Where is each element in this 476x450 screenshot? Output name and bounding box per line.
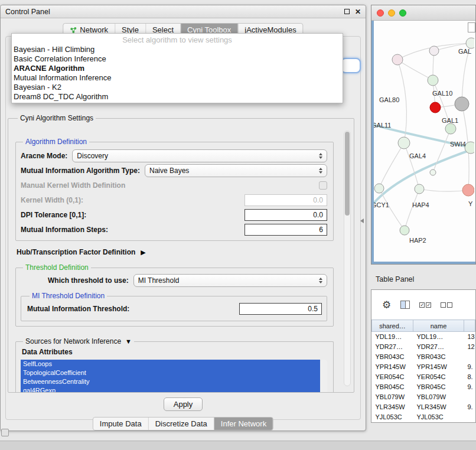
attribute-item-selected[interactable]: gal4RGexp bbox=[21, 386, 320, 393]
graph-node[interactable] bbox=[466, 38, 474, 48]
node-label: HAP2 bbox=[409, 237, 426, 244]
bottom-dock-strip bbox=[0, 441, 476, 450]
node-label: GAL4 bbox=[409, 152, 426, 159]
node-label: SWI4 bbox=[450, 141, 466, 148]
close-icon[interactable]: ✕ bbox=[355, 8, 361, 15]
table-row[interactable]: YBL079WYBL079W bbox=[372, 392, 475, 402]
column-header-name[interactable]: name bbox=[413, 320, 464, 332]
list-scrollbar[interactable] bbox=[321, 360, 327, 393]
dropdown-item[interactable]: Bayesian - K2 bbox=[12, 83, 343, 92]
dropdown-prompt: Select algorithm to view settings bbox=[12, 35, 343, 45]
close-traffic-light[interactable] bbox=[377, 9, 384, 17]
algorithm-combobox-fragment[interactable] bbox=[341, 58, 361, 73]
manual-kernel-width-label: Manual Kernel Width Definition bbox=[21, 181, 125, 190]
node-label: Y bbox=[468, 200, 473, 207]
column-header-shared-name[interactable]: shared… bbox=[372, 320, 413, 332]
bottom-tabstrip: Impute Data Discretize Data Infer Networ… bbox=[93, 417, 273, 431]
table-row[interactable]: YJL053CYJL053C bbox=[372, 412, 475, 422]
graph-node[interactable] bbox=[445, 123, 456, 134]
apply-button[interactable]: Apply bbox=[164, 397, 203, 411]
table-row[interactable]: YLR345WYLR345W9. bbox=[372, 402, 475, 412]
cell: YPR145W bbox=[413, 362, 464, 372]
mi-steps-label: Mutual Information Steps: bbox=[21, 226, 108, 234]
graph-node[interactable] bbox=[392, 54, 403, 65]
cell: YER054C bbox=[372, 372, 413, 382]
table-row[interactable]: YPR145WYPR145W9. bbox=[372, 362, 475, 372]
attribute-item-selected[interactable]: SelfLoops bbox=[21, 360, 320, 369]
cell: 12 bbox=[464, 342, 475, 352]
table-header-row: shared… name bbox=[372, 320, 475, 332]
birdseye-widget[interactable] bbox=[468, 22, 475, 32]
graph-node[interactable] bbox=[430, 169, 436, 175]
node-label: GAL11 bbox=[374, 122, 391, 129]
algorithm-definition-group: Algorithm Definition Aracne Mode: Discov… bbox=[15, 138, 334, 241]
table-row[interactable]: YER054CYER054C8. bbox=[372, 372, 475, 382]
gear-icon[interactable]: ⚙ bbox=[382, 300, 391, 310]
float-window-icon[interactable] bbox=[344, 9, 350, 14]
network-canvas[interactable]: GAL GAL80 GAL10 GAL11 GAL1 SWI4 GAL4 GCY… bbox=[371, 21, 475, 264]
minimize-traffic-light[interactable] bbox=[388, 9, 395, 17]
graph-node[interactable] bbox=[398, 137, 410, 149]
node-label: HAP4 bbox=[412, 201, 429, 208]
select-all-columns-icon[interactable]: ✓ ✓ bbox=[419, 302, 431, 308]
dpi-tolerance-field[interactable]: 0.0 bbox=[244, 209, 327, 221]
cell: YBL079W bbox=[413, 392, 464, 402]
graph-node-pink[interactable] bbox=[462, 184, 474, 196]
graph-node-gray[interactable] bbox=[455, 97, 469, 111]
mi-steps-field[interactable]: 6 bbox=[244, 224, 327, 236]
dropdown-item[interactable]: Dream8 DC_TDC Algorithm bbox=[12, 92, 343, 102]
sources-expander[interactable]: Sources for Network Inference ▼ bbox=[23, 337, 134, 345]
mi-type-combobox[interactable]: Naive Bayes bbox=[145, 164, 327, 177]
table-row[interactable]: YBR043CYBR043C bbox=[372, 352, 475, 362]
window-controls: ✕ bbox=[344, 8, 361, 15]
column-header-partial[interactable] bbox=[464, 320, 475, 332]
apply-row: Apply bbox=[1, 397, 366, 411]
graph-node[interactable] bbox=[429, 46, 439, 56]
algorithm-dropdown-popup: Select algorithm to view settings Bayesi… bbox=[11, 33, 343, 103]
graph-node[interactable] bbox=[400, 226, 409, 235]
table-row[interactable]: YDL19…YDL19…13 bbox=[372, 332, 475, 342]
network-window-titlebar bbox=[371, 5, 475, 21]
table-row[interactable]: YBR045CYBR045C9. bbox=[372, 382, 475, 392]
tab-discretize-data[interactable]: Discretize Data bbox=[149, 418, 214, 430]
tab-impute-data[interactable]: Impute Data bbox=[93, 418, 149, 430]
unselect-all-columns-icon[interactable] bbox=[441, 302, 452, 308]
table-panel-title: Table Panel bbox=[376, 275, 414, 283]
node-labels: GAL GAL80 GAL10 GAL11 GAL1 SWI4 GAL4 GCY… bbox=[374, 48, 473, 244]
dropdown-item[interactable]: Mutual Information Inference bbox=[12, 73, 343, 83]
cell bbox=[464, 392, 475, 402]
network-graph: GAL GAL80 GAL10 GAL11 GAL1 SWI4 GAL4 GCY… bbox=[374, 21, 474, 260]
graph-node[interactable] bbox=[428, 75, 438, 86]
tab-infer-network[interactable]: Infer Network bbox=[214, 418, 273, 430]
dropdown-item-selected[interactable]: ARACNE Algorithm bbox=[12, 64, 343, 73]
kernel-width-field: 0.0 bbox=[244, 194, 327, 206]
graph-node[interactable] bbox=[415, 184, 424, 194]
zoom-traffic-light[interactable] bbox=[399, 9, 406, 17]
attribute-item-selected[interactable]: TopologicalCoefficient bbox=[21, 369, 320, 377]
scrollbar-thumb[interactable] bbox=[345, 132, 350, 216]
panel-resize-arrow[interactable] bbox=[360, 219, 364, 223]
cell: 9. bbox=[464, 402, 475, 412]
attribute-item-selected[interactable]: BetweennessCentrality bbox=[21, 377, 320, 386]
hub-definition-expander[interactable]: Hub/Transcription Factor Definition ▶ bbox=[17, 248, 334, 256]
cell: YBR043C bbox=[413, 352, 464, 362]
show-columns-icon[interactable] bbox=[400, 301, 410, 309]
graph-node[interactable] bbox=[374, 184, 384, 193]
which-threshold-combobox[interactable]: MI Threshold bbox=[133, 274, 327, 287]
attribute-list: SelfLoops TopologicalCoefficient Between… bbox=[21, 360, 327, 393]
settings-scrollbar[interactable] bbox=[344, 131, 351, 386]
dropdown-item[interactable]: Basic Correlation Inference bbox=[12, 54, 343, 64]
combobox-value: Naive Bayes bbox=[149, 167, 189, 175]
collapsed-panel-icon[interactable] bbox=[1, 429, 9, 436]
hub-definition-label: Hub/Transcription Factor Definition bbox=[17, 248, 135, 256]
table-row[interactable]: YDR27…YDR27…12 bbox=[372, 342, 475, 352]
dpi-tolerance-label: DPI Tolerance [0,1]: bbox=[21, 211, 86, 219]
graph-node-red[interactable] bbox=[430, 102, 441, 113]
mi-threshold-field[interactable]: 0.5 bbox=[239, 303, 322, 315]
graph-node[interactable] bbox=[465, 142, 474, 154]
dropdown-item[interactable]: Bayesian - Hill Climbing bbox=[12, 45, 343, 54]
cell: 9. bbox=[464, 362, 475, 372]
node-label: GAL10 bbox=[432, 90, 452, 97]
aracne-mode-combobox[interactable]: Discovery bbox=[72, 149, 327, 162]
cell: YDR27… bbox=[413, 342, 464, 352]
